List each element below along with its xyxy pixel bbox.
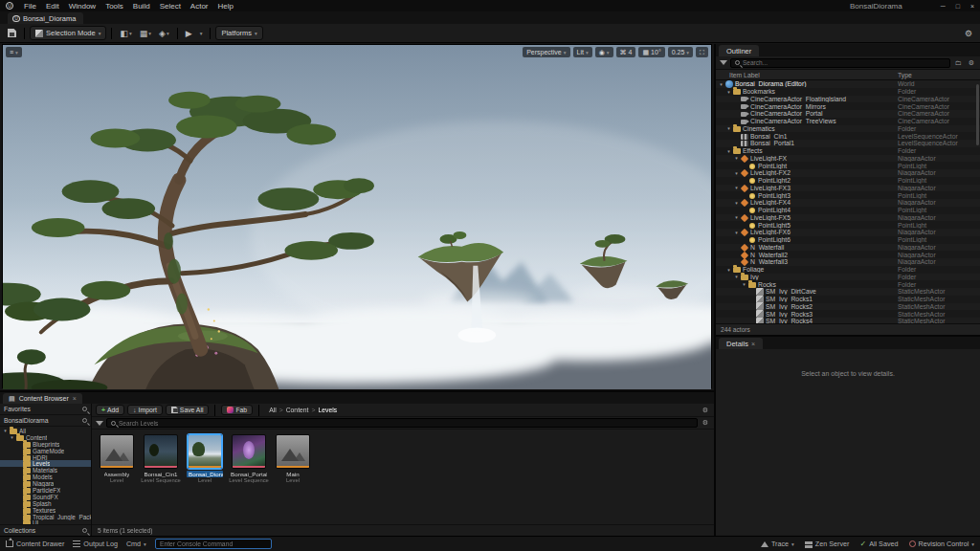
outliner-row[interactable]: ▾LiveLight-FX5NiagaraActor [716, 214, 980, 222]
cmd-button[interactable]: Cmd▾ [126, 540, 146, 548]
outliner-row[interactable]: ▾BookmarksFolder [716, 88, 980, 96]
outliner-row[interactable]: CineCameraActor_MirrorsCineCameraActor [716, 102, 980, 110]
outliner-row[interactable]: PointLight6PointLight [716, 236, 980, 244]
import-button[interactable]: ↓ Import [127, 405, 163, 415]
unreal-logo-icon[interactable]: U [6, 2, 13, 10]
outliner-row[interactable]: ▾IvyFolder [716, 274, 980, 281]
outliner-row[interactable]: SM_Ivy_Rocks1StaticMeshActor [716, 296, 980, 303]
outliner-row[interactable]: SM_Ivy_Rocks2StaticMeshActor [716, 303, 980, 311]
toolbar-settings-button[interactable]: ⚙ [962, 29, 975, 38]
chevron-down-icon[interactable]: ▾ [725, 89, 732, 95]
breadcrumb-segment[interactable]: Content [286, 407, 309, 413]
view-options-icon[interactable]: ⚙ [701, 419, 710, 427]
folder-row-all[interactable]: ▾All [0, 428, 91, 434]
revision-control-button[interactable]: Revision Control▾ [909, 540, 975, 548]
chevron-down-icon[interactable]: ▾ [733, 170, 740, 176]
asset-tile[interactable]: MainLevel [275, 434, 311, 483]
outliner-row[interactable]: N_WaterfallNiagaraActor [716, 244, 980, 252]
chevron-down-icon[interactable]: ▾ [725, 125, 732, 131]
folder-row-niagara[interactable]: Niagara [0, 480, 91, 487]
folder-row-content[interactable]: ▾Content [0, 434, 91, 441]
chevron-down-icon[interactable]: ▾ [733, 274, 740, 279]
outliner-row[interactable]: ▾LiveLight-FX4NiagaraActor [716, 199, 980, 207]
outliner-row[interactable]: PointLight2PointLight [716, 177, 980, 185]
chevron-down-icon[interactable]: ▾ [9, 434, 15, 440]
menu-build[interactable]: Build [128, 2, 155, 11]
save-button[interactable] [5, 29, 19, 37]
outliner-row[interactable]: ▾LiveLight-FX2NiagaraActor [716, 169, 980, 177]
play-button[interactable]: ▶ [183, 29, 195, 38]
outliner-scrollbar[interactable] [976, 84, 979, 145]
folder-row-splash[interactable]: Splash [0, 500, 91, 507]
perspective-dropdown[interactable]: Perspective ▾ [523, 47, 569, 57]
content-settings-icon[interactable]: ⚙ [701, 407, 710, 414]
menu-select[interactable]: Select [155, 2, 186, 11]
outliner-search-input[interactable] [743, 59, 946, 66]
breadcrumb-segment[interactable]: Levels [318, 407, 337, 413]
chevron-down-icon[interactable]: ▾ [741, 281, 747, 287]
menu-edit[interactable]: Edit [41, 2, 64, 11]
maximize-icon[interactable]: □ [956, 3, 960, 10]
outliner-row[interactable]: SM_Ivy_DirtCaveStaticMeshActor [716, 288, 980, 296]
save-all-button[interactable]: Save All [166, 405, 210, 415]
outliner-row[interactable]: Bonsai_Portal1LevelSequenceActor [716, 140, 980, 147]
folder-row-blueprints[interactable]: Blueprints [0, 441, 91, 448]
search-icon[interactable] [82, 528, 87, 533]
menu-actor[interactable]: Actor [186, 2, 213, 11]
chevron-down-icon[interactable]: ▾ [733, 155, 740, 161]
outliner-row[interactable]: ▾LiveLight-FX3NiagaraActor [716, 185, 980, 192]
outliner-row[interactable]: ▾FoliageFolder [716, 266, 980, 274]
new-folder-icon[interactable]: 🗀 [953, 59, 964, 66]
outliner-row[interactable]: CineCameraActor_PortalCineCameraActor [716, 110, 980, 118]
folder-row-materials[interactable]: Materials [0, 467, 91, 474]
add-button[interactable]: + Add [96, 405, 124, 415]
show-flags-dropdown[interactable]: ◉ ▾ [595, 47, 613, 57]
search-icon[interactable] [82, 418, 87, 423]
tab-outliner[interactable]: Outliner [719, 45, 759, 56]
minimize-icon[interactable]: ─ [941, 3, 946, 10]
search-icon[interactable] [82, 407, 87, 411]
folder-row-gamemode[interactable]: GameMode [0, 448, 91, 454]
outliner-row[interactable]: ▾RocksFolder [716, 280, 980, 288]
close-icon[interactable]: × [970, 3, 974, 10]
outliner-row[interactable]: PointLightPointLight [716, 162, 980, 169]
folder-row-levels[interactable]: Levels [0, 460, 91, 467]
content-drawer-button[interactable]: Content Drawer [6, 540, 64, 548]
menu-window[interactable]: Window [64, 2, 100, 11]
project-section[interactable]: BonsaiDiorama [0, 415, 91, 427]
tab-content-browser[interactable]: ▤ Content Browser × [3, 393, 82, 404]
outliner-row[interactable]: PointLight5PointLight [716, 221, 980, 229]
cinematics-dropdown[interactable]: ◈▾ [156, 29, 172, 38]
asset-tile[interactable]: AssemblyLevel [99, 434, 135, 483]
view-mode-dropdown[interactable]: Lit ▾ [573, 47, 592, 57]
outliner-row[interactable]: ▾Bonsai_Diorama (Editor)World [716, 80, 980, 88]
scale-snap-control[interactable]: 0.25 ▾ [668, 47, 693, 57]
filter-icon[interactable] [720, 60, 727, 65]
chevron-down-icon[interactable]: ▾ [733, 230, 740, 235]
type-column-header[interactable]: Type [898, 72, 980, 78]
menu-file[interactable]: File [19, 2, 41, 11]
breadcrumb-segment[interactable]: All [269, 407, 277, 413]
folder-row-textures[interactable]: Textures [0, 507, 91, 514]
create-actor-dropdown[interactable]: ◧▾ [117, 29, 134, 38]
outliner-row[interactable]: PointLight4PointLight [716, 207, 980, 214]
platforms-dropdown[interactable]: Platforms ▾ [215, 26, 262, 40]
asset-tile[interactable]: Bonsai_DioramaLevel [187, 434, 223, 483]
trace-button[interactable]: Trace▾ [761, 540, 794, 548]
item-label-column-header[interactable]: Item Label [716, 72, 898, 78]
outliner-row[interactable]: ▾LiveLight-FX6NiagaraActor [716, 229, 980, 236]
asset-tile[interactable]: Bonsai_Portal1Level Sequence [231, 434, 267, 483]
asset-search-input[interactable] [119, 420, 693, 427]
chevron-down-icon[interactable]: ▾ [733, 214, 740, 220]
outliner-row[interactable]: SM_Ivy_Rocks4StaticMeshActor [716, 318, 980, 323]
tab-details[interactable]: Details × [719, 338, 763, 349]
chevron-down-icon[interactable]: ▾ [725, 148, 732, 154]
all-saved-button[interactable]: ✓All Saved [859, 540, 898, 548]
tab-bonsai-diorama[interactable]: U Bonsai_Diorama [8, 12, 83, 24]
menu-tools[interactable]: Tools [100, 2, 128, 11]
collections-section[interactable]: Collections [0, 524, 91, 536]
outliner-row[interactable]: ▾CinematicsFolder [716, 125, 980, 133]
outliner-row[interactable]: N_Waterfall3NiagaraActor [716, 258, 980, 266]
folder-row-models[interactable]: Models [0, 474, 91, 480]
chevron-down-icon[interactable]: ▾ [2, 428, 9, 433]
